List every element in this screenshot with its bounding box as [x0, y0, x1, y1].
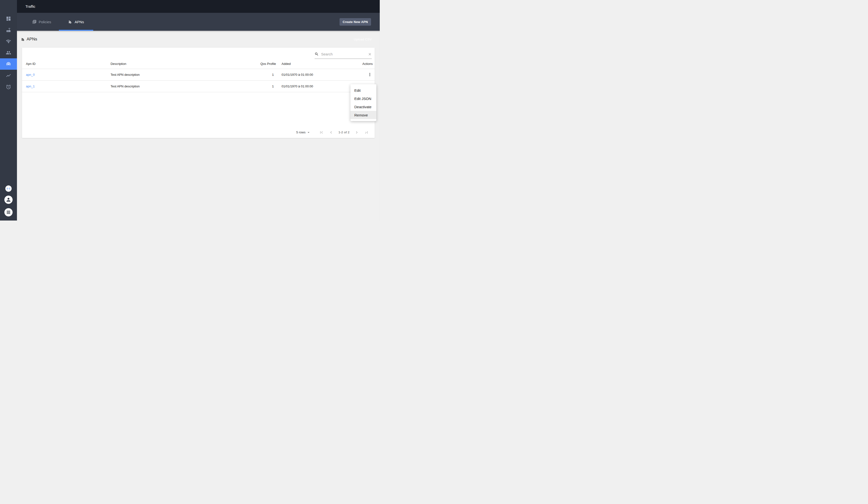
- content-area: APNs Upload CSV: [17, 31, 380, 221]
- tab-policies[interactable]: Policies: [24, 13, 59, 31]
- alarm-icon: [6, 84, 11, 90]
- header-added: Added: [278, 59, 345, 69]
- sidebar-nav: [0, 0, 17, 93]
- tab-apns[interactable]: APNs: [59, 13, 93, 31]
- sidebar-bottom: [0, 186, 17, 221]
- main-area: Traffic Policies APNs Create New APN: [17, 0, 380, 221]
- menu-item-remove[interactable]: Remove: [350, 111, 376, 119]
- apn-description: Test APN description: [106, 69, 257, 80]
- people-icon: [6, 50, 11, 55]
- last-page-icon: [364, 130, 369, 135]
- show-chart-icon: [6, 73, 11, 78]
- card-spacer: [22, 92, 375, 127]
- chevron-left-icon: [329, 130, 333, 135]
- search-row: [22, 48, 375, 59]
- apps-button[interactable]: [4, 208, 13, 217]
- first-page-icon: [319, 130, 324, 135]
- sidebar-item-alarms[interactable]: [0, 81, 17, 93]
- apps-grid-icon: [6, 210, 11, 215]
- sidebar-item-dashboard[interactable]: [0, 13, 17, 24]
- apn-added: 01/01/1970 à 01:00:00: [278, 69, 345, 80]
- create-new-apn-button[interactable]: Create New APN: [340, 18, 371, 26]
- sidebar-item-subscribers[interactable]: [0, 47, 17, 58]
- apn-id-link[interactable]: apn_1: [26, 84, 35, 88]
- row-actions-button[interactable]: [367, 72, 373, 77]
- menu-item-edit-json[interactable]: Edit JSON: [350, 94, 376, 103]
- menu-item-edit[interactable]: Edit: [350, 86, 376, 94]
- sidebar: [0, 0, 17, 221]
- apn-added: 01/01/1970 à 01:00:00: [278, 80, 345, 92]
- apns-table: Apn ID Description Qos Profile Added Act…: [22, 59, 375, 92]
- wifi-tethering-icon: [6, 62, 11, 67]
- apn-description: Test APN description: [106, 80, 257, 92]
- apn-id-link[interactable]: apn_0: [26, 73, 35, 76]
- tabbar-spacer: [93, 13, 340, 31]
- network-check-icon: [6, 39, 11, 44]
- apns-table-card: Apn ID Description Qos Profile Added Act…: [22, 48, 375, 138]
- person-icon: [6, 197, 11, 203]
- pagination-bar: 5 rows 1-2 o: [22, 127, 375, 138]
- more-vert-icon: [368, 72, 372, 77]
- section-title-wrap: APNs: [21, 37, 37, 42]
- search-input[interactable]: [321, 52, 365, 56]
- table-row: apn_0 Test APN description 1 01/01/1970 …: [22, 69, 375, 80]
- rss-icon: [68, 20, 72, 24]
- first-page-button[interactable]: [319, 130, 324, 135]
- clear-search-button[interactable]: [368, 52, 372, 56]
- header-actions: Actions: [345, 59, 375, 69]
- router-icon: [6, 27, 11, 33]
- account-button[interactable]: [4, 196, 13, 204]
- app-root: Traffic Policies APNs Create New APN: [0, 0, 380, 221]
- code-ethernet-icon: [7, 187, 10, 190]
- sidebar-item-network[interactable]: [0, 35, 17, 47]
- sidebar-item-analytics[interactable]: [0, 70, 17, 81]
- chevron-down-icon: [306, 130, 311, 135]
- upload-csv-button[interactable]: Upload CSV: [354, 38, 372, 41]
- last-page-button[interactable]: [364, 130, 369, 135]
- tab-bar: Policies APNs Create New APN: [17, 13, 380, 31]
- close-icon: [368, 52, 372, 56]
- header-qos-profile: Qos Profile: [257, 59, 278, 69]
- section-title: APNs: [27, 37, 37, 42]
- header-description: Description: [106, 59, 257, 69]
- apn-qos-profile: 1: [257, 69, 278, 80]
- sidebar-item-apns[interactable]: [0, 58, 17, 70]
- next-page-button[interactable]: [354, 130, 359, 135]
- section-header: APNs Upload CSV: [17, 31, 380, 48]
- chevron-right-icon: [354, 130, 359, 135]
- rss-icon: [21, 37, 25, 41]
- search-icon: [314, 52, 319, 56]
- library-books-icon: [32, 20, 37, 24]
- rows-per-page-select[interactable]: 5 rows: [296, 130, 311, 135]
- menu-item-deactivate[interactable]: Deactivate: [350, 103, 376, 111]
- header-apn-id: Apn ID: [22, 59, 106, 69]
- sidebar-item-routers[interactable]: [0, 24, 17, 35]
- page-title: Traffic: [25, 4, 35, 9]
- tab-apns-label: APNs: [75, 20, 84, 24]
- previous-page-button[interactable]: [329, 130, 333, 135]
- table-row: apn_1 Test APN description 1 01/01/1970 …: [22, 80, 375, 92]
- row-actions-menu: Edit Edit JSON Deactivate Remove: [350, 84, 376, 121]
- apn-qos-profile: 1: [257, 80, 278, 92]
- search-box: [314, 51, 372, 59]
- topbar: Traffic: [17, 0, 380, 13]
- dashboard-icon: [6, 16, 11, 21]
- rows-per-page-label: 5 rows: [296, 130, 306, 134]
- tab-policies-label: Policies: [39, 20, 51, 24]
- table-header-row: Apn ID Description Qos Profile Added Act…: [22, 59, 375, 69]
- pagination-range-label: 1-2 of 2: [338, 130, 350, 134]
- api-button[interactable]: [5, 186, 12, 192]
